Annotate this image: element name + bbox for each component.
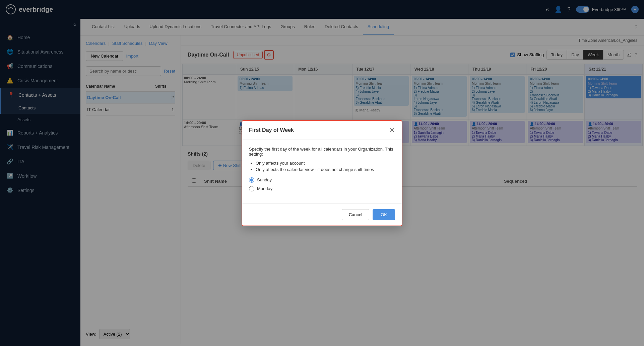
radio-monday-label: Monday	[257, 186, 272, 191]
radio-monday-input[interactable]	[249, 186, 254, 191]
modal-header: First Day of Week ✕	[242, 121, 402, 140]
modal-cancel-btn[interactable]: Cancel	[342, 209, 369, 220]
modal-bullets: Only affects your account Only affects t…	[256, 161, 395, 172]
modal-ok-btn[interactable]: OK	[373, 209, 395, 220]
modal-description: Specify the first day of the week for al…	[249, 147, 395, 157]
radio-monday[interactable]: Monday	[249, 186, 395, 191]
modal-footer: Cancel OK	[242, 203, 402, 226]
modal-overlay[interactable]: First Day of Week ✕ Specify the first da…	[0, 0, 644, 346]
modal-body: Specify the first day of the week for al…	[242, 140, 402, 203]
modal-bullet-2: Only affects the calendar view - it does…	[256, 167, 395, 172]
radio-sunday-input[interactable]	[249, 177, 254, 183]
first-day-modal: First Day of Week ✕ Specify the first da…	[242, 120, 402, 226]
modal-title: First Day of Week	[249, 127, 294, 133]
radio-sunday[interactable]: Sunday	[249, 177, 395, 183]
radio-sunday-label: Sunday	[257, 177, 272, 182]
radio-group: Sunday Monday	[249, 177, 395, 191]
modal-bullet-1: Only affects your account	[256, 161, 395, 166]
modal-close-btn[interactable]: ✕	[389, 126, 395, 134]
